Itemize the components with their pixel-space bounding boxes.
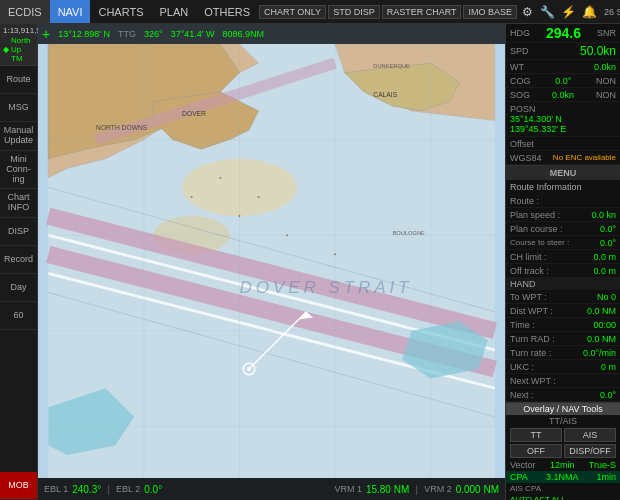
ukc-val: 0 m — [601, 362, 616, 372]
hdg-value: 294.6 — [546, 25, 581, 41]
cpa-label: CPA — [510, 472, 528, 482]
tools-icon[interactable]: 🔧 — [537, 5, 558, 19]
non2-label: NON — [596, 90, 616, 100]
sidebar-btn-msg[interactable]: MSG — [0, 94, 37, 122]
svg-point-34 — [334, 253, 336, 255]
next-val: 0.0° — [600, 390, 616, 400]
off-btn[interactable]: OFF — [510, 444, 562, 458]
ais-cpa-row: AIS CPA — [506, 483, 620, 494]
dist-wpt-val: 0.0 NM — [587, 306, 616, 316]
menu-header: MENU — [506, 166, 620, 180]
sidebar-btn-record[interactable]: Record — [0, 246, 37, 274]
spd-value: 50.0kn — [580, 44, 616, 58]
tab-plan[interactable]: PLAN — [152, 0, 197, 23]
coord-bar: + 13°12.898' N TTG 326° 37°41.4' W 8086.… — [38, 24, 505, 44]
datetime-display: 26 Sep 2011 — [600, 7, 620, 17]
sidebar-btn-60[interactable]: 60 — [0, 302, 37, 330]
ch-limit-label: CH limit : — [510, 252, 547, 262]
svg-text:DUNKERQUE: DUNKERQUE — [373, 63, 410, 69]
non1-label: NON — [596, 76, 616, 86]
time-label: Time : — [510, 320, 535, 330]
raster-chart-btn[interactable]: RASTER CHART — [382, 5, 462, 19]
plan-crs-label: Plan course : — [510, 224, 563, 234]
no-enc-value: No ENC available — [553, 153, 616, 162]
sidebar-btn-chart-info[interactable]: Chart INFO — [0, 189, 37, 218]
ch-limit-val: 0.0 m — [593, 252, 616, 262]
north-up-btn[interactable]: ◆ — [3, 45, 9, 54]
svg-text:NORTH DOWNS: NORTH DOWNS — [96, 124, 148, 131]
route-info-header: Route Information — [506, 180, 620, 194]
vrm2-label: VRM 2 — [424, 484, 452, 494]
crs-steer-val: 0.0° — [600, 238, 616, 248]
svg-text:BOULOGNE: BOULOGNE — [392, 230, 425, 236]
svg-text:CALAIS: CALAIS — [373, 91, 397, 98]
turn-rad-label: Turn RAD : — [510, 334, 555, 344]
wt-value: 0.0kn — [594, 62, 616, 72]
coord-lon: 37°41.4' W — [171, 29, 215, 39]
tab-others[interactable]: OTHERS — [196, 0, 258, 23]
chart-only-btn[interactable]: CHART ONLY — [259, 5, 326, 19]
turn-rad-val: 0.0 NM — [587, 334, 616, 344]
cpa-row: CPA 3.1NMA 1min — [506, 471, 620, 483]
vrm1-label: VRM 1 — [334, 484, 362, 494]
vector-label: Vector — [510, 460, 536, 470]
posn-lat: 35°14.300' N — [510, 114, 562, 124]
spd-label: SPD — [510, 46, 529, 56]
sidebar-btn-disp[interactable]: DISP — [0, 218, 37, 246]
svg-point-35 — [219, 177, 221, 179]
tab-navi[interactable]: NAVI — [50, 0, 91, 23]
to-wpt-label: To WPT : — [510, 292, 547, 302]
ukc-label: UKC : — [510, 362, 534, 372]
cog-value: 0.0° — [555, 76, 571, 86]
route-label: Route : — [510, 196, 539, 206]
imo-base-btn[interactable]: IMO BASE — [463, 5, 517, 19]
ebl1-value: 240.3° — [72, 484, 101, 495]
tt-btn[interactable]: TT — [510, 428, 562, 442]
svg-text:DOVER: DOVER — [182, 110, 206, 117]
sidebar-btn-day[interactable]: Day — [0, 274, 37, 302]
coord-ttg: TTG — [118, 29, 136, 39]
svg-point-32 — [239, 215, 241, 217]
tab-charts[interactable]: CHARTS — [90, 0, 151, 23]
route-scale-box: 1:13,911,900 ◆ North Up TM — [0, 24, 37, 66]
hand-label: HAND — [506, 278, 620, 290]
cpa-value: 3.1NMA — [546, 472, 579, 482]
settings-icon[interactable]: ⚙ — [518, 5, 537, 19]
ebl2-label: EBL 2 — [116, 484, 140, 494]
overlay-nav-header: Overlay / NAV Tools — [506, 403, 620, 415]
bottom-bar: EBL 1 240.3° | EBL 2 0.0° VRM 1 15.80 NM… — [38, 478, 505, 500]
coord-lat: 13°12.898' N — [58, 29, 110, 39]
disp-off-btn[interactable]: DISP/OFF — [564, 444, 616, 458]
off-track-label: Off track : — [510, 266, 549, 276]
plan-crs-val: 0.0° — [600, 224, 616, 234]
next-label: Next : — [510, 390, 534, 400]
sog-label: SOG — [510, 90, 530, 100]
sidebar-btn-mini-conning[interactable]: Mini Conn-ing — [0, 151, 37, 190]
ais-cpa-value-row: AUTO ACT ALL — [506, 494, 620, 500]
hdg-label: HDG — [510, 28, 530, 38]
svg-point-31 — [191, 196, 193, 198]
cpa-time: 1min — [596, 472, 616, 482]
alert-icon[interactable]: ⚡ — [558, 5, 579, 19]
svg-point-36 — [258, 196, 260, 198]
sidebar-btn-mob[interactable]: MOB — [0, 472, 37, 500]
off-track-val: 0.0 m — [593, 266, 616, 276]
coord-brg: 326° — [144, 29, 163, 39]
dist-wpt-label: Dist WPT : — [510, 306, 553, 316]
coord-nm: 8086.9NM — [223, 29, 265, 39]
sidebar-btn-route[interactable]: Route — [0, 66, 37, 94]
turn-rate-val: 0.0°/min — [583, 348, 616, 358]
ais-btn[interactable]: AIS — [564, 428, 616, 442]
offset-label: Offset — [510, 139, 534, 149]
sidebar-btn-manual-update[interactable]: Manual Update — [0, 122, 37, 151]
posn-label: POSN — [510, 104, 536, 114]
plus-icon[interactable]: + — [42, 26, 50, 42]
wgs84-label: WGS84 — [510, 153, 542, 163]
bell-icon[interactable]: 🔔 — [579, 5, 600, 19]
ais-cpa-label: AIS CPA — [510, 484, 541, 493]
tab-ecdis[interactable]: ECDIS — [0, 0, 50, 23]
svg-text:DOVER STRAIT: DOVER STRAIT — [239, 277, 412, 297]
ebl2-value: 0.0° — [144, 484, 162, 495]
std-disp-btn[interactable]: STD DISP — [328, 5, 380, 19]
next-wpt-label: Next WPT : — [510, 376, 556, 386]
